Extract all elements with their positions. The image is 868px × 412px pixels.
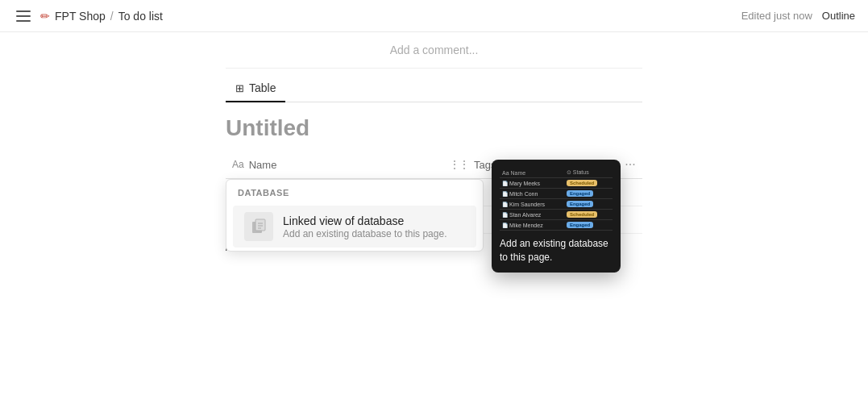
breadcrumb-workspace[interactable]: FPT Shop bbox=[55, 10, 106, 23]
tooltip-description: Add an existing database to this page. bbox=[500, 237, 613, 264]
tooltip-row-name: 📄Mike Mendez bbox=[500, 220, 564, 231]
topbar: ✏ FPT Shop / To do list Edited just now … bbox=[0, 0, 868, 32]
linked-db-icon bbox=[244, 212, 273, 241]
edited-status: Edited just now bbox=[741, 10, 812, 22]
tooltip-row-name: 📄Mary Meeks bbox=[500, 178, 564, 189]
col-name-header: Aa Name bbox=[226, 156, 443, 174]
breadcrumb-separator: / bbox=[110, 10, 114, 23]
more-options-button[interactable]: ··· bbox=[625, 157, 635, 172]
breadcrumb: ✏ FPT Shop / To do list bbox=[40, 10, 163, 23]
tooltip-col-name: Aa Name bbox=[500, 168, 564, 178]
topbar-right: Edited just now Outline bbox=[741, 10, 855, 22]
main-content: Add a comment... ⊞ Table Untitled Aa Nam… bbox=[0, 32, 868, 260]
tabs-bar: ⊞ Table bbox=[226, 75, 642, 102]
tags-icon: ⋮⋮ bbox=[450, 159, 469, 170]
text-type-icon: Aa bbox=[232, 159, 244, 170]
topbar-left: ✏ FPT Shop / To do list bbox=[13, 7, 163, 25]
breadcrumb-page[interactable]: To do list bbox=[118, 10, 163, 23]
edit-icon: ✏ bbox=[40, 10, 50, 23]
svg-rect-1 bbox=[255, 219, 265, 231]
db-dropdown: DATABASE Linked view of database Add an … bbox=[226, 179, 484, 252]
tooltip-row-status: Engaged bbox=[564, 199, 613, 210]
tooltip-col-status: ⊙ Status bbox=[564, 168, 613, 178]
tooltip-row-status: Engaged bbox=[564, 220, 613, 231]
db-dropdown-item-linked[interactable]: Linked view of database Add an existing … bbox=[233, 206, 476, 248]
table-icon: ⊞ bbox=[235, 82, 244, 94]
tooltip-row-status: Engaged bbox=[564, 189, 613, 199]
db-dropdown-header: DATABASE bbox=[226, 180, 483, 202]
page-title: Untitled bbox=[226, 102, 642, 151]
col-name-label: Name bbox=[249, 159, 277, 171]
tooltip-row-status: Scheduled bbox=[564, 178, 613, 189]
tab-table-label: Table bbox=[249, 81, 276, 94]
comment-bar[interactable]: Add a comment... bbox=[226, 32, 642, 69]
db-dropdown-item-text: Linked view of database Add an existing … bbox=[283, 214, 446, 239]
tab-table[interactable]: ⊞ Table bbox=[226, 75, 285, 102]
db-item-desc: Add an existing database to this page. bbox=[283, 228, 446, 239]
menu-icon[interactable] bbox=[13, 7, 34, 25]
tooltip-row-name: 📄Stan Alvarez bbox=[500, 210, 564, 220]
tooltip-preview: Aa Name ⊙ Status 📄Mary MeeksScheduled📄Mi… bbox=[492, 160, 621, 273]
db-item-title: Linked view of database bbox=[283, 214, 446, 227]
comment-placeholder: Add a comment... bbox=[390, 44, 479, 56]
tooltip-row-status: Scheduled bbox=[564, 210, 613, 220]
tooltip-row-name: 📄Mitch Conn bbox=[500, 189, 564, 199]
tooltip-row-name: 📄Kim Saunders bbox=[500, 199, 564, 210]
outline-button[interactable]: Outline bbox=[822, 10, 855, 22]
tooltip-table: Aa Name ⊙ Status 📄Mary MeeksScheduled📄Mi… bbox=[500, 168, 613, 231]
